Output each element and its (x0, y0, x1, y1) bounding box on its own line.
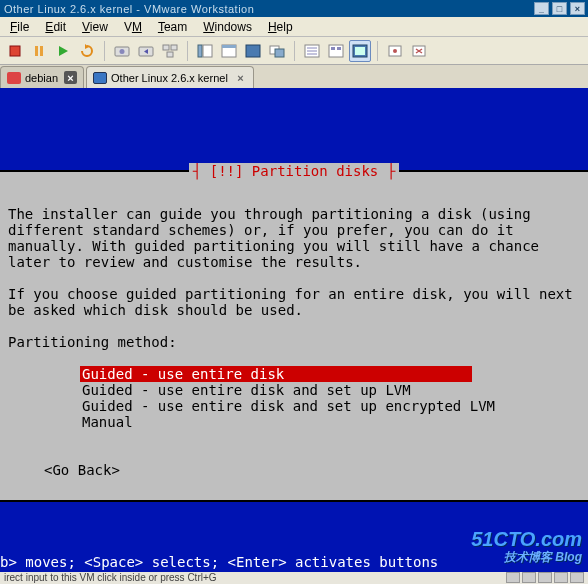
menu-view[interactable]: View (76, 18, 114, 36)
status-icons (506, 572, 584, 583)
watermark-sub: 技术博客 Blog (471, 548, 582, 566)
device-icon[interactable] (506, 572, 520, 583)
capture-input-button[interactable] (384, 40, 406, 62)
option-guided-encrypted-lvm[interactable]: Guided - use entire disk and set up encr… (80, 398, 497, 414)
power-on-button[interactable] (52, 40, 74, 62)
device-icon[interactable] (554, 572, 568, 583)
installer-dialog: ┤ [!!] Partition disks ├ The installer c… (0, 170, 588, 502)
summary-view-button[interactable] (301, 40, 323, 62)
svg-rect-10 (167, 52, 173, 57)
menu-team[interactable]: Team (152, 18, 193, 36)
tab-label: Other Linux 2.6.x kernel (111, 72, 228, 84)
tab-label: debian (25, 72, 58, 84)
fullscreen-button[interactable] (242, 40, 264, 62)
svg-rect-1 (35, 46, 38, 56)
tab-other-linux[interactable]: Other Linux 2.6.x kernel × (86, 66, 254, 88)
close-button[interactable]: × (570, 2, 585, 15)
power-off-button[interactable] (4, 40, 26, 62)
svg-rect-11 (198, 45, 202, 57)
svg-rect-15 (246, 45, 260, 57)
vm-icon (93, 72, 107, 84)
vm-tab-strip: debian × Other Linux 2.6.x kernel × (0, 65, 588, 88)
watermark: 51CTO.com 技术博客 Blog (471, 530, 582, 566)
console-view-button[interactable] (349, 40, 371, 62)
tab-debian[interactable]: debian × (0, 66, 84, 88)
tab-close-button[interactable]: × (234, 71, 247, 84)
menu-edit[interactable]: Edit (39, 18, 72, 36)
show-sidebar-button[interactable] (194, 40, 216, 62)
snapshot-manager-button[interactable] (159, 40, 181, 62)
reset-button[interactable] (76, 40, 98, 62)
unity-button[interactable] (266, 40, 288, 62)
status-bar: irect input to this VM click inside or p… (0, 572, 588, 584)
option-manual[interactable]: Manual (80, 414, 135, 430)
svg-marker-3 (59, 46, 68, 56)
tab-close-button[interactable]: × (64, 71, 77, 84)
revert-snapshot-button[interactable] (135, 40, 157, 62)
svg-rect-0 (10, 46, 20, 56)
watermark-main: 51CTO.com (471, 530, 582, 548)
menu-bar: File Edit View VM Team Windows Help (0, 17, 588, 37)
svg-rect-22 (329, 45, 343, 57)
toolbar-separator (187, 41, 188, 61)
menu-file[interactable]: File (4, 18, 35, 36)
device-icon[interactable] (570, 572, 584, 583)
partitioning-prompt: Partitioning method: (8, 334, 177, 350)
device-icon[interactable] (522, 572, 536, 583)
toolbar (0, 37, 588, 65)
toolbar-separator (294, 41, 295, 61)
dialog-body: The installer can guide you through part… (0, 188, 588, 494)
svg-rect-8 (163, 45, 169, 50)
menu-windows[interactable]: Windows (197, 18, 258, 36)
svg-rect-24 (337, 47, 341, 50)
paragraph-2: If you choose guided partitioning for an… (8, 286, 581, 318)
appliance-view-button[interactable] (325, 40, 347, 62)
svg-rect-2 (40, 46, 43, 56)
debian-icon (7, 72, 21, 84)
maximize-button[interactable]: □ (552, 2, 567, 15)
quick-switch-button[interactable] (218, 40, 240, 62)
svg-rect-23 (331, 47, 335, 50)
svg-rect-14 (222, 45, 236, 48)
release-input-button[interactable] (408, 40, 430, 62)
menu-vm[interactable]: VM (118, 18, 148, 36)
menu-help[interactable]: Help (262, 18, 299, 36)
window-titlebar: Other Linux 2.6.x kernel - VMware Workst… (0, 0, 588, 17)
svg-point-28 (393, 49, 397, 53)
paragraph-1: The installer can guide you through part… (8, 206, 547, 270)
status-text: irect input to this VM click inside or p… (4, 572, 217, 583)
dialog-title-row: ┤ [!!] Partition disks ├ (0, 163, 588, 179)
svg-rect-12 (203, 45, 212, 57)
svg-rect-17 (275, 49, 284, 57)
toolbar-separator (104, 41, 105, 61)
svg-rect-26 (355, 47, 365, 55)
device-icon[interactable] (538, 572, 552, 583)
key-hints: b> moves; <Space> selects; <Enter> activ… (0, 554, 440, 572)
svg-rect-9 (171, 45, 177, 50)
installer-footer: b> moves; <Space> selects; <Enter> activ… (0, 502, 588, 572)
toolbar-separator (377, 41, 378, 61)
minimize-button[interactable]: _ (534, 2, 549, 15)
window-controls: _ □ × (534, 2, 585, 15)
dialog-title: ┤ [!!] Partition disks ├ (189, 163, 399, 179)
snapshot-button[interactable] (111, 40, 133, 62)
svg-point-6 (120, 49, 125, 54)
suspend-button[interactable] (28, 40, 50, 62)
vm-display[interactable]: ┤ [!!] Partition disks ├ The installer c… (0, 88, 588, 584)
option-guided-lvm[interactable]: Guided - use entire disk and set up LVM (80, 382, 413, 398)
option-guided-entire-disk[interactable]: Guided - use entire disk (80, 366, 472, 382)
go-back-button[interactable]: <Go Back> (8, 462, 120, 478)
window-title: Other Linux 2.6.x kernel - VMware Workst… (4, 3, 534, 15)
